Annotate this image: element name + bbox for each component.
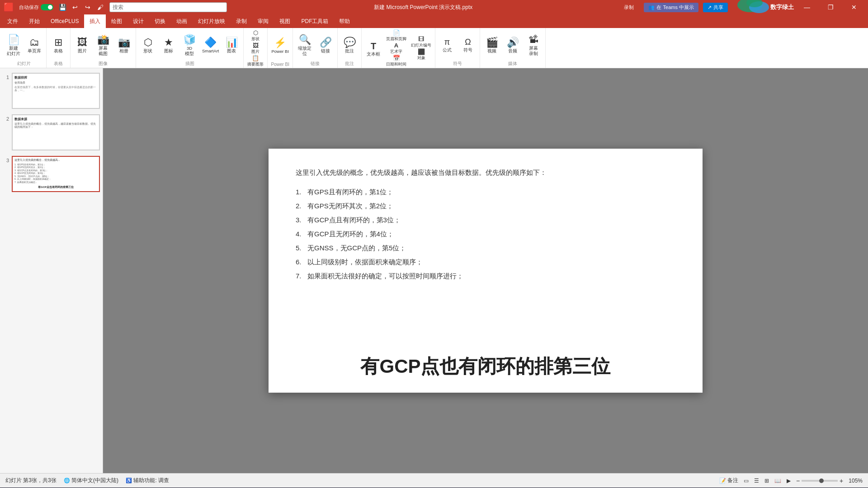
- slidesorter-button[interactable]: ⊞: [764, 478, 769, 484]
- tab-pdf[interactable]: PDF工具箱: [296, 14, 334, 28]
- screenrecord-button[interactable]: 📽 屏幕录制: [524, 33, 543, 57]
- tab-design[interactable]: 设计: [127, 14, 149, 28]
- table-button[interactable]: ⊞ 表格: [48, 35, 68, 55]
- canvas-area: 这里引入优先级的概念，优先级越高，越应该被当做目标数据。优先级的顺序如下： 1.…: [103, 68, 868, 473]
- datetime-button[interactable]: 📅 日期和时间: [384, 55, 408, 67]
- tab-file[interactable]: 文件: [2, 14, 24, 28]
- powerbi-button[interactable]: ⚡ Power BI: [269, 36, 291, 55]
- tab-insert[interactable]: 插入: [84, 14, 106, 28]
- slide-thumb-3[interactable]: 3 这里引入优先级的概念，优先级越高... 1. 有GPS且有闭环的，第1位； …: [2, 155, 101, 193]
- reading-view-button[interactable]: 📖: [774, 478, 781, 484]
- album-button[interactable]: 📷 相册: [114, 35, 134, 55]
- audio-button[interactable]: 🔊 音频: [503, 35, 523, 55]
- textbox-button[interactable]: T 文本框: [363, 39, 383, 57]
- group-illustrations: ⬡ 形状 ★ 图标 🧊 3D模型 🔷 SmartArt 📊 图表: [136, 28, 244, 68]
- tab-help[interactable]: 帮助: [334, 14, 355, 28]
- slide-num-2: 2: [3, 116, 9, 122]
- normal-view-button[interactable]: ▭: [744, 478, 749, 484]
- redo-button[interactable]: ↪: [82, 2, 93, 13]
- outline-view-button[interactable]: ☰: [754, 478, 759, 484]
- accessibility-indicator[interactable]: ♿ 辅助功能: 调查: [126, 477, 169, 484]
- header-footer-button[interactable]: 📄 页眉和页脚: [384, 30, 408, 42]
- group-links-label: 链接: [295, 60, 335, 67]
- notes-icon: 📝: [719, 478, 726, 484]
- restore-button[interactable]: ❐: [820, 0, 841, 14]
- symbol-button[interactable]: Ω 符号: [458, 36, 478, 53]
- single-library-button[interactable]: 🗂 单页库: [24, 35, 44, 55]
- share-button[interactable]: ↗ 共享: [703, 3, 728, 12]
- format-painter-button[interactable]: 🖌: [95, 2, 106, 13]
- group-slides-label: 幻灯片: [4, 60, 44, 67]
- record-button[interactable]: 录制: [619, 3, 638, 12]
- material-shape-button[interactable]: ⬡ 形状: [245, 30, 265, 42]
- teams-button[interactable]: 👥 在 Teams 中展示: [644, 3, 698, 12]
- zoom-out-button[interactable]: −: [796, 477, 800, 484]
- zoom-control: − +: [796, 477, 843, 484]
- slide-canvas[interactable]: 这里引入优先级的概念，优先级越高，越应该被当做目标数据。优先级的顺序如下： 1.…: [269, 149, 703, 393]
- tab-record[interactable]: 录制: [231, 14, 252, 28]
- slide-thumb-2[interactable]: 2 数据来源 这里引入优先级的概念，优先级越高，越应该被当做目标数据。优先级的顺…: [2, 113, 101, 151]
- slide-preview-1: 数据排挥 使用场景 在某些场景下，有多条数据的时候，你需要从其中筛选最适合的那一…: [12, 73, 100, 109]
- list-item: 2. 有GPS无闭环其次，第2位；: [296, 200, 675, 212]
- tab-animations[interactable]: 动画: [171, 14, 193, 28]
- screenshot-button[interactable]: 📸 屏幕截图: [93, 33, 113, 57]
- notes-button[interactable]: 📝 备注: [719, 477, 738, 484]
- close-button[interactable]: ✕: [844, 0, 864, 14]
- tab-review[interactable]: 审阅: [252, 14, 274, 28]
- slide-thumb-1[interactable]: 1 数据排挥 使用场景 在某些场景下，有多条数据的时候，你需要从其中筛选最适合的…: [2, 72, 101, 110]
- group-illustrations-label: 插图: [138, 60, 241, 67]
- group-table: ⊞ 表格 表格: [47, 28, 71, 68]
- logo-text: 数字绿土: [770, 3, 794, 11]
- slidenumber-button[interactable]: 🎞 幻灯片编号: [409, 36, 433, 48]
- teams-icon: 👥: [648, 5, 655, 10]
- tab-transitions[interactable]: 切换: [149, 14, 171, 28]
- comment-button[interactable]: 💬 批注: [340, 35, 359, 55]
- group-powerbi: ⚡ Power BI Power BI: [268, 28, 293, 68]
- link-icon: 🔗: [320, 37, 332, 48]
- group-comments-label: 批注: [340, 60, 359, 67]
- chart-icon: 📊: [226, 37, 238, 48]
- search-input[interactable]: [109, 2, 227, 12]
- zoom-link-button[interactable]: 🔍 缩放定位: [295, 33, 315, 57]
- new-slide-button[interactable]: 📄 新建幻灯片: [4, 33, 24, 57]
- tab-draw[interactable]: 绘图: [106, 14, 127, 28]
- undo-button[interactable]: ↩: [70, 2, 80, 13]
- equation-button[interactable]: π 公式: [437, 36, 457, 53]
- autosave-toggle[interactable]: [41, 4, 53, 10]
- tab-officeplus[interactable]: OfficePLUS: [45, 14, 84, 28]
- minimize-button[interactable]: —: [797, 0, 817, 14]
- picture-button[interactable]: 🖼 图片: [72, 35, 92, 55]
- wordart-button[interactable]: A 艺术字: [384, 42, 408, 54]
- save-button[interactable]: 💾: [57, 2, 68, 13]
- 3dmodel-button[interactable]: 🧊 3D模型: [179, 33, 199, 57]
- datetime-icon: 📅: [393, 55, 400, 61]
- shapes-button[interactable]: ⬡ 形状: [138, 35, 158, 55]
- chart-button[interactable]: 📊 图表: [222, 35, 241, 55]
- list-item: 6. 以上同级别时，依据面积来确定顺序；: [296, 256, 675, 268]
- zoom-slider[interactable]: [802, 480, 838, 482]
- material-summary-button[interactable]: 📋 摘要图形: [245, 55, 265, 67]
- main-area: 1 数据排挥 使用场景 在某些场景下，有多条数据的时候，你需要从其中筛选最适合的…: [0, 68, 868, 473]
- smartart-button[interactable]: 🔷 SmartArt: [200, 35, 221, 55]
- group-symbols-label: 符号: [437, 60, 478, 67]
- titlebar: 🟥 自动保存 💾 ↩ ↪ 🖌 新建 Microsoft PowerPoint 演…: [0, 0, 868, 14]
- tab-view[interactable]: 视图: [274, 14, 296, 28]
- tab-slideshow[interactable]: 幻灯片放映: [193, 14, 231, 28]
- tab-home[interactable]: 开始: [24, 14, 45, 28]
- window-title: [109, 2, 227, 12]
- material-picture-button[interactable]: 🖼 图片: [245, 42, 265, 54]
- video-button[interactable]: 🎬 视频: [482, 35, 502, 55]
- icons-button[interactable]: ★ 图标: [159, 35, 179, 55]
- object-button[interactable]: ⬛ 对象: [409, 49, 433, 61]
- statusbar: 幻灯片 第3张，共3张 🌐 简体中文(中国大陆) ♿ 辅助功能: 调查 📝 备注…: [0, 473, 868, 488]
- slide-content: 这里引入优先级的概念，优先级越高，越应该被当做目标数据。优先级的顺序如下： 1.…: [269, 149, 703, 302]
- slideshow-button[interactable]: ▶: [787, 478, 791, 484]
- zoom-percentage[interactable]: 105%: [849, 478, 863, 484]
- logo-svg: [734, 0, 775, 19]
- slide-intro: 这里引入优先级的概念，优先级越高，越应该被当做目标数据。优先级的顺序如下：: [296, 167, 675, 178]
- wordart-icon: A: [394, 42, 398, 49]
- material-picture-icon: 🖼: [253, 42, 259, 49]
- link-button[interactable]: 🔗 链接: [316, 35, 335, 55]
- zoom-in-button[interactable]: +: [840, 477, 843, 484]
- smartart-icon: 🔷: [204, 37, 217, 48]
